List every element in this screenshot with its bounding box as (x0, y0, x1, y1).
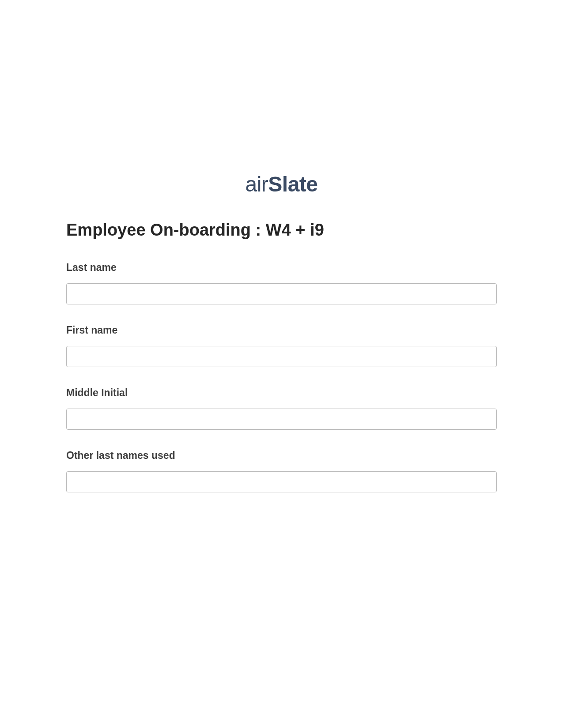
middle-initial-label: Middle Initial (66, 387, 497, 399)
logo-prefix: air (245, 173, 268, 196)
page-container: airSlate Employee On-boarding : W4 + i9 … (0, 0, 563, 492)
last-name-label: Last name (66, 262, 497, 274)
form-group-other-last-names: Other last names used (66, 450, 497, 492)
other-last-names-label: Other last names used (66, 450, 497, 462)
logo-wrapper: airSlate (66, 172, 497, 196)
form-group-last-name: Last name (66, 262, 497, 304)
other-last-names-input[interactable] (66, 471, 497, 492)
form-group-middle-initial: Middle Initial (66, 387, 497, 430)
last-name-input[interactable] (66, 283, 497, 304)
middle-initial-input[interactable] (66, 409, 497, 430)
first-name-input[interactable] (66, 346, 497, 367)
first-name-label: First name (66, 324, 497, 336)
logo-suffix: Slate (268, 173, 317, 196)
form-group-first-name: First name (66, 324, 497, 367)
brand-logo: airSlate (245, 172, 317, 196)
form-title: Employee On-boarding : W4 + i9 (66, 221, 497, 240)
